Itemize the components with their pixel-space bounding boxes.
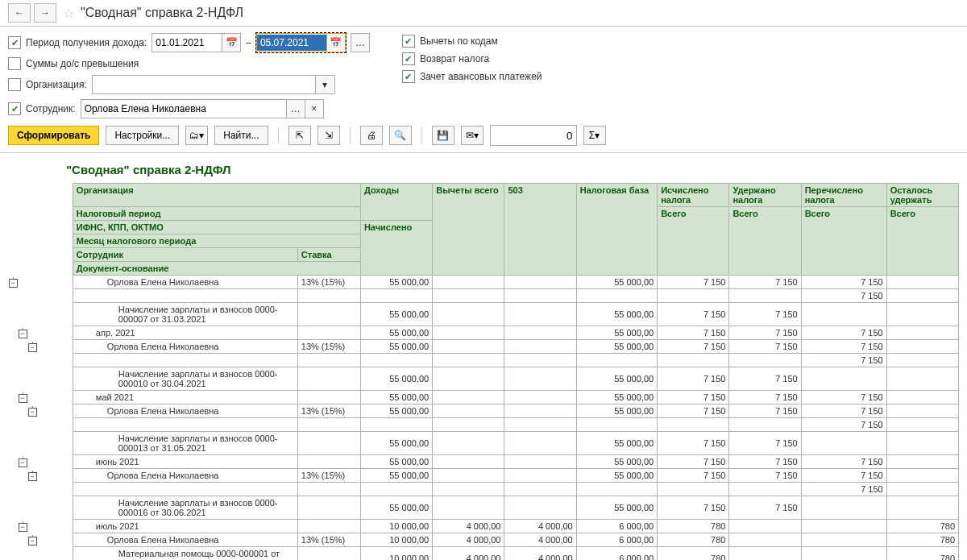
row-with: [729, 483, 801, 496]
date-to-input[interactable]: [257, 35, 326, 51]
sum-button[interactable]: Σ▾: [583, 126, 606, 145]
row-tr: 7 150: [801, 276, 886, 289]
row-d: [433, 326, 504, 340]
row-income: 55 000,00: [360, 455, 432, 469]
forward-button[interactable]: →: [34, 3, 56, 23]
deduct-codes-checkbox[interactable]: [402, 35, 415, 48]
row-base: 55 000,00: [576, 496, 657, 520]
period-picker-button[interactable]: …: [351, 33, 370, 52]
hdr-rem: Осталось удержать: [886, 184, 958, 207]
row-d: 4 000,00: [433, 533, 504, 547]
table-row: 7 150: [8, 483, 959, 496]
row-name: Орлова Елена Николаевна: [73, 404, 297, 418]
date-from-input[interactable]: [152, 35, 222, 51]
row-rem: [886, 391, 958, 404]
hdr-income: Доходы: [360, 184, 432, 221]
row-calc: 7 150: [658, 432, 729, 455]
find-button[interactable]: Найти...: [214, 126, 268, 145]
expand-all-button[interactable]: ⇱: [288, 126, 311, 145]
preview-button[interactable]: 🔍: [389, 126, 412, 145]
tree-collapse-icon[interactable]: −: [28, 408, 37, 417]
org-dropdown-icon[interactable]: ▾: [315, 76, 334, 93]
settings-button[interactable]: Настройки...: [106, 126, 179, 145]
row-income: 55 000,00: [360, 432, 432, 455]
hdr-deduct: Вычеты всего: [433, 184, 504, 276]
row-rate: [297, 483, 360, 496]
tree-collapse-icon[interactable]: −: [28, 343, 37, 352]
form-button[interactable]: Сформировать: [8, 126, 99, 145]
tree-collapse-icon[interactable]: −: [19, 330, 27, 338]
row-rem: [886, 469, 958, 483]
email-button[interactable]: ✉▾: [461, 126, 484, 145]
save-button[interactable]: 💾: [432, 126, 454, 145]
row-income: [360, 483, 432, 496]
tax-refund-checkbox[interactable]: [402, 52, 415, 65]
row-tr: [801, 547, 886, 561]
row-c: 4 000,00: [504, 533, 576, 547]
date-to-calendar-icon[interactable]: 📅: [326, 34, 345, 52]
row-c: [504, 340, 576, 354]
variants-button[interactable]: 🗂▾: [185, 126, 208, 145]
row-income: 55 000,00: [360, 303, 432, 326]
row-calc: 7 150: [658, 340, 729, 354]
row-tr: 7 150: [801, 404, 886, 418]
row-income: 55 000,00: [360, 326, 432, 340]
period-checkbox[interactable]: [8, 36, 21, 49]
row-base: 55 000,00: [576, 326, 657, 340]
back-button[interactable]: ←: [8, 3, 31, 23]
row-d: 4 000,00: [433, 547, 504, 561]
tree-collapse-icon[interactable]: −: [19, 394, 27, 403]
row-name: июнь 2021: [73, 455, 297, 469]
sums-label: Суммы до/с превышения: [26, 58, 139, 69]
tree-collapse-icon[interactable]: −: [28, 472, 37, 481]
tree-collapse-icon[interactable]: −: [19, 523, 27, 532]
date-from-calendar-icon[interactable]: 📅: [222, 34, 240, 52]
row-name: Начисление зарплаты и взносов 0000-00001…: [73, 496, 297, 520]
favorite-star-icon[interactable]: ☆: [63, 6, 74, 21]
tree-collapse-icon[interactable]: −: [9, 279, 18, 288]
hdr-tr-total: Всего: [801, 207, 886, 276]
collapse-all-button[interactable]: ⇲: [317, 126, 340, 145]
row-income: [360, 289, 432, 303]
table-row: Начисление зарплаты и взносов 0000-00001…: [8, 432, 959, 455]
row-name: [73, 483, 297, 496]
row-rate: [297, 547, 360, 561]
row-income: [360, 354, 432, 367]
row-rate: 13% (15%): [297, 533, 360, 547]
row-base: [576, 354, 657, 367]
tree-collapse-icon[interactable]: −: [19, 458, 27, 467]
employee-input[interactable]: [81, 101, 286, 117]
row-rem: [886, 326, 958, 340]
print-button[interactable]: 🖨: [360, 126, 383, 145]
sum-field[interactable]: [490, 125, 577, 146]
row-d: [433, 340, 504, 354]
advance-checkbox[interactable]: [402, 70, 415, 83]
row-c: [504, 354, 576, 367]
row-with: 7 150: [729, 469, 801, 483]
employee-select-icon[interactable]: …: [286, 100, 305, 118]
org-input[interactable]: [93, 77, 315, 93]
separator: [350, 127, 351, 143]
row-rate: 13% (15%): [297, 469, 360, 483]
row-with: [729, 547, 801, 561]
row-name: Орлова Елена Николаевна: [73, 276, 297, 289]
employee-checkbox[interactable]: [8, 102, 21, 115]
row-with: 7 150: [729, 303, 801, 326]
org-checkbox[interactable]: [8, 78, 21, 91]
hdr-with-total: Всего: [729, 207, 801, 276]
row-name: июль 2021: [73, 520, 297, 533]
sums-checkbox[interactable]: [8, 57, 21, 70]
report-title: "Сводная" справка 2-НДФЛ: [8, 158, 959, 183]
separator: [278, 127, 279, 143]
hdr-rate: Ставка: [297, 248, 360, 262]
tax-refund-label: Возврат налога: [420, 53, 489, 64]
row-rate: [297, 432, 360, 455]
table-row: −июнь 202155 000,0055 000,007 1507 1507 …: [8, 455, 959, 469]
table-row: −Орлова Елена Николаевна13% (15%)10 000,…: [8, 533, 959, 547]
tree-collapse-icon[interactable]: −: [28, 537, 37, 545]
row-rem: [886, 340, 958, 354]
row-rem: [886, 455, 958, 469]
row-name: [73, 289, 297, 303]
employee-clear-icon[interactable]: ×: [305, 100, 323, 118]
row-rem: [886, 404, 958, 418]
